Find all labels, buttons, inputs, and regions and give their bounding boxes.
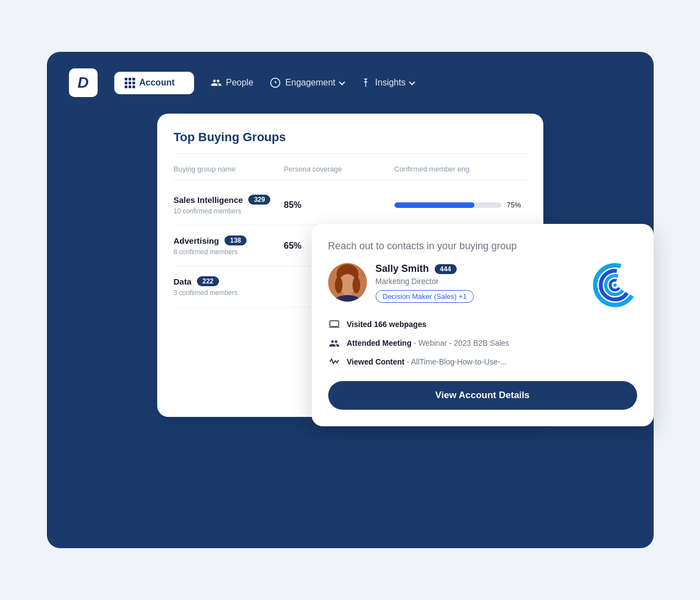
- contact-tag: Decision Maker (Sales) +1: [376, 290, 474, 303]
- table-row: Sales Intelligence 329 10 confirmed memb…: [174, 185, 527, 226]
- contact-card: Reach out to contacts in your buying gro…: [312, 224, 654, 426]
- contact-badge: 444: [435, 264, 457, 274]
- activity-label-3: Viewed Content - AllTime-Blog-How-to-Use…: [347, 357, 507, 366]
- group-name-1: Sales Intelligence: [174, 195, 243, 205]
- insights-chevron-icon: [409, 79, 415, 85]
- col-header-name: Buying group name: [174, 165, 284, 173]
- meeting-icon: [328, 337, 340, 349]
- activity-item-1: Visited 166 webpages: [328, 318, 637, 330]
- badge-1: 329: [248, 195, 270, 205]
- badge-3: 222: [197, 276, 219, 286]
- svg-point-8: [335, 277, 343, 293]
- contact-title-text: Marketing Director: [376, 277, 584, 286]
- engagement-pct-1: 75%: [507, 201, 527, 209]
- navigation: D Account People Engagement: [69, 68, 632, 97]
- company-logo: [593, 263, 637, 307]
- view-account-details-button[interactable]: View Account Details: [328, 381, 637, 410]
- content-area: Top Buying Groups Buying group name Pers…: [69, 114, 632, 417]
- account-chevron-icon: [178, 79, 184, 85]
- confirmed-members-2: 8 confirmed members: [174, 248, 284, 256]
- activity-label-2: Attended Meeting - Webinar - 2023 B2B Sa…: [347, 339, 510, 347]
- contact-header: Sally Smith 444 Marketing Director Decis…: [328, 263, 637, 307]
- app-container: D Account People Engagement: [47, 52, 654, 548]
- engagement-nav-item[interactable]: Engagement: [270, 77, 344, 88]
- content-icon: [328, 356, 340, 368]
- contact-info: Sally Smith 444 Marketing Director Decis…: [376, 263, 584, 303]
- confirmed-members-3: 3 confirmed members: [174, 289, 284, 297]
- insights-nav-label: Insights: [375, 78, 405, 88]
- progress-bar-fill-1: [394, 202, 475, 208]
- activity-label-1: Visited 166 webpages: [347, 320, 426, 329]
- col-header-engagement: Confirmed member eng.: [394, 165, 527, 173]
- account-nav-label: Account: [140, 78, 175, 88]
- people-icon: [211, 77, 222, 88]
- activity-item-2: Attended Meeting - Webinar - 2023 B2B Sa…: [328, 337, 637, 349]
- progress-bar-wrap-1: [394, 202, 501, 208]
- svg-point-14: [613, 283, 617, 287]
- account-nav-button[interactable]: Account: [114, 72, 194, 94]
- activity-item-3: Viewed Content - AllTime-Blog-How-to-Use…: [328, 356, 637, 368]
- reach-out-title: Reach out to contacts in your buying gro…: [328, 240, 637, 252]
- grid-icon: [125, 78, 135, 88]
- group-name-2: Advertising: [174, 236, 220, 245]
- group-name-col: Data 222 3 confirmed members: [174, 276, 284, 297]
- engagement-nav-label: Engagement: [285, 78, 335, 88]
- activity-list: Visited 166 webpages Attended Meeting - …: [328, 318, 637, 368]
- svg-point-9: [352, 277, 360, 293]
- confirmed-members-1: 10 confirmed members: [174, 207, 284, 215]
- badge-2: 138: [225, 235, 247, 245]
- group-name-3: Data: [174, 277, 192, 286]
- people-nav-item[interactable]: People: [211, 77, 254, 88]
- app-logo: D: [69, 68, 98, 97]
- buying-groups-title: Top Buying Groups: [174, 130, 527, 154]
- svg-rect-15: [330, 321, 339, 326]
- insights-nav-item[interactable]: Insights: [361, 77, 414, 88]
- avatar: [328, 263, 367, 302]
- laptop-icon: [328, 318, 340, 330]
- contact-name: Sally Smith: [376, 263, 429, 275]
- group-name-col: Advertising 138 8 confirmed members: [174, 235, 284, 256]
- group-name-col: Sales Intelligence 329 10 confirmed memb…: [174, 195, 284, 215]
- progress-col-1: 75%: [394, 201, 527, 209]
- engagement-chevron-icon: [339, 79, 345, 85]
- col-header-coverage: Persona coverage: [284, 165, 394, 173]
- people-nav-label: People: [226, 78, 254, 88]
- coverage-1: 85%: [284, 200, 394, 210]
- insights-icon: [361, 77, 371, 88]
- engagement-icon: [270, 77, 281, 88]
- table-header: Buying group name Persona coverage Confi…: [174, 165, 527, 180]
